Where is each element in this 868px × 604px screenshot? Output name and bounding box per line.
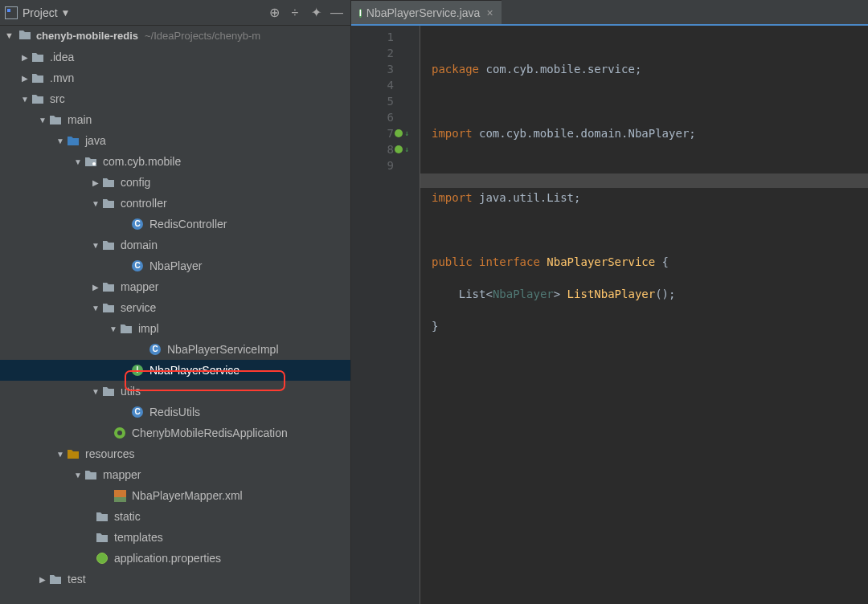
tree-label: RedisUtils — [149, 406, 200, 418]
editor-pane: I NbaPlayerService.java × 1 2 3 4 5 6 7 … — [351, 0, 868, 604]
import-path: com.cyb.mobile.domain.NbaPlayer — [479, 127, 689, 140]
tree-label: main — [68, 113, 92, 126]
gutter-markers: ↓ ↓ — [395, 29, 409, 157]
package-icon — [101, 175, 116, 190]
tree-label: templates — [114, 531, 163, 544]
chevron-down-icon: ▼ — [90, 387, 101, 396]
package-path: com.cyb.mobile.service — [485, 63, 634, 76]
tree-label: service — [121, 301, 156, 314]
tree-item-utils[interactable]: ▼ utils — [0, 381, 350, 402]
tree-label: .idea — [50, 51, 74, 63]
tree-label: controller — [121, 197, 167, 210]
tree-label: impl — [138, 322, 159, 335]
tree-item-service[interactable]: ▼ service — [0, 297, 350, 318]
class-icon: C — [130, 405, 145, 419]
tree-item-impl[interactable]: ▼ impl — [0, 318, 350, 339]
interface-icon: I — [130, 363, 145, 378]
tree-item-main[interactable]: ▼ main — [0, 109, 350, 130]
tree-item-controller[interactable]: ▼ controller — [0, 193, 350, 214]
tree-label: mapper — [121, 280, 158, 293]
type: List — [459, 288, 486, 300]
chevron-right-icon: ▶ — [19, 74, 31, 83]
chevron-down-icon: ▼ — [108, 324, 119, 333]
xml-file-icon — [113, 488, 127, 503]
class-icon: C — [130, 259, 145, 273]
tree-label: NbaPlayerMapper.xml — [132, 489, 243, 502]
tree-item-domain[interactable]: ▼ domain — [0, 235, 350, 255]
code-editor[interactable]: 1 2 3 4 5 6 7 8 9 ↓ ↓ package com.cyb.mo… — [351, 26, 868, 604]
tree-item-idea[interactable]: ▶ .idea — [0, 47, 350, 67]
tree-label: NbaPlayerServiceImpl — [167, 343, 279, 356]
override-down-icon[interactable]: ↓ — [404, 141, 409, 157]
tree-label: static — [114, 510, 141, 523]
sidebar-header: Project ▼ ⊕ ÷ ✦ — — [0, 0, 350, 26]
package-icon — [84, 154, 98, 169]
keyword: package — [432, 63, 479, 76]
tree-item-mapper-dir[interactable]: ▼ mapper — [0, 464, 350, 485]
tree-item-package[interactable]: ▼ com.cyb.mobile — [0, 151, 350, 172]
project-tree: ▶ .idea ▶ .mvn ▼ src ▼ main — [0, 45, 350, 604]
tree-item-redis-utils[interactable]: ▶ C RedisUtils — [0, 402, 350, 422]
override-down-icon[interactable]: ↓ — [404, 125, 409, 141]
tree-item-java[interactable]: ▼ java — [0, 130, 350, 151]
tree-item-nba-player[interactable]: ▶ C NbaPlayer — [0, 255, 350, 276]
chevron-down-icon: ▼ — [55, 137, 66, 145]
chevron-down-icon: ▼ — [90, 199, 101, 208]
generic-type: NbaPlayer — [493, 288, 554, 300]
has-implementation-icon[interactable] — [395, 129, 403, 137]
close-icon[interactable]: × — [486, 6, 493, 19]
chevron-down-icon: ▼ — [90, 304, 101, 312]
has-implementation-icon[interactable] — [395, 145, 403, 153]
tree-item-templates[interactable]: ▶ templates — [0, 527, 350, 548]
package-icon — [101, 384, 116, 398]
project-name: chenyb-mobile-redis — [36, 30, 138, 42]
tree-item-static[interactable]: ▶ static — [0, 506, 350, 527]
keyword: interface — [479, 255, 540, 268]
tree-item-resources[interactable]: ▼ resources — [0, 443, 350, 464]
method-name: ListNbaPlayer — [567, 288, 656, 300]
project-root-row[interactable]: ▼ chenyb-mobile-redis ~/IdeaProjects/che… — [0, 26, 350, 45]
folder-icon — [31, 92, 45, 106]
tree-label: test — [68, 573, 86, 586]
tree-item-mvn[interactable]: ▶ .mvn — [0, 67, 350, 88]
editor-tab-nba-player-service[interactable]: I NbaPlayerService.java × — [351, 0, 502, 24]
tree-item-mapper[interactable]: ▶ mapper — [0, 276, 350, 297]
tree-label: resources — [85, 447, 134, 460]
editor-tab-bar: I NbaPlayerService.java × — [351, 0, 868, 26]
collapse-icon[interactable]: ÷ — [286, 4, 304, 22]
chevron-down-icon: ▼ — [72, 471, 84, 480]
tree-item-nba-player-service[interactable]: ▶ I NbaPlayerService — [0, 360, 350, 381]
keyword: import — [432, 191, 473, 204]
folder-icon — [31, 50, 45, 64]
tree-item-config[interactable]: ▶ config — [0, 172, 350, 193]
hide-icon[interactable]: — — [328, 4, 346, 22]
tree-item-test[interactable]: ▶ test — [0, 569, 350, 590]
class-icon: C — [148, 342, 162, 357]
sidebar-title: Project — [23, 6, 58, 19]
resources-folder-icon — [66, 447, 80, 461]
tree-item-nba-player-mapper-xml[interactable]: ▶ NbaPlayerMapper.xml — [0, 485, 350, 506]
chevron-down-icon[interactable]: ▼ — [61, 7, 71, 18]
tree-item-application-class[interactable]: ▶ ChenybMobileRedisApplication — [0, 422, 350, 443]
code-content[interactable]: package com.cyb.mobile.service; import c… — [420, 26, 868, 604]
line-gutter: 1 2 3 4 5 6 7 8 9 ↓ ↓ — [351, 26, 420, 604]
package-icon — [101, 280, 116, 294]
locate-icon[interactable]: ⊕ — [265, 4, 283, 22]
tree-item-app-properties[interactable]: ▶ application.properties — [0, 548, 350, 569]
spring-boot-icon — [113, 426, 127, 440]
source-folder-icon — [66, 133, 80, 148]
chevron-right-icon: ▶ — [37, 575, 48, 584]
project-folder-icon — [18, 29, 31, 42]
project-path: ~/IdeaProjects/chenyb-m — [145, 30, 260, 42]
tree-label: config — [121, 176, 150, 189]
tree-item-redis-controller[interactable]: ▶ C RedisController — [0, 214, 350, 235]
tree-label: com.cyb.mobile — [103, 155, 181, 168]
tree-item-nba-player-service-impl[interactable]: ▶ C NbaPlayerServiceImpl — [0, 339, 350, 360]
tree-item-src[interactable]: ▼ src — [0, 88, 350, 109]
chevron-right-icon: ▶ — [90, 178, 101, 187]
folder-icon — [95, 530, 109, 545]
gear-icon[interactable]: ✦ — [307, 4, 325, 22]
folder-icon — [84, 467, 98, 482]
folder-icon — [48, 112, 63, 127]
line-number: 9 — [351, 157, 413, 173]
